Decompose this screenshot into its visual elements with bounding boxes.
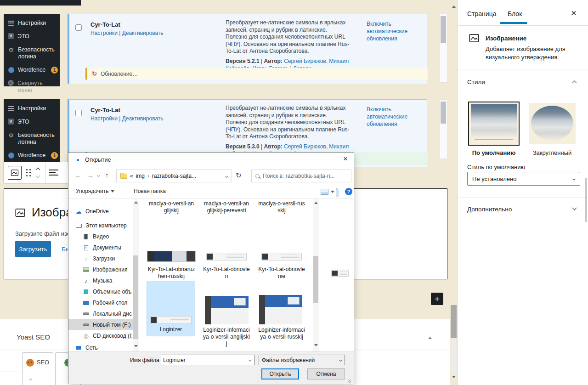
- view-thumbnails-icon[interactable]: [321, 189, 328, 195]
- tree-label: Документы: [93, 244, 121, 251]
- styles-section-heading[interactable]: Стили: [467, 79, 485, 85]
- file-item-label[interactable]: maciya-o-versii-anglijskij-perevesti: [203, 200, 250, 214]
- file-item-selected[interactable]: Loginizer: [147, 281, 195, 336]
- separator: |: [119, 115, 120, 122]
- forward-arrow-icon[interactable]: →: [87, 172, 94, 179]
- dialog-titlebar[interactable]: Открытие ×: [68, 153, 354, 167]
- v-logo-icon: V: [8, 33, 14, 39]
- refresh-icon[interactable]: ↻: [236, 172, 242, 179]
- organize-button[interactable]: Упорядочить: [76, 188, 114, 194]
- dialog-toolbar: Упорядочить Новая папка ?: [68, 184, 354, 199]
- tree-item-cd-drive[interactable]: ◎CD-дисковод (I:: [82, 331, 133, 341]
- address-dropdown-caret[interactable]: [225, 174, 228, 177]
- yoast-panel-title: Yoast SEO: [17, 333, 50, 341]
- file-thumbnail[interactable]: [147, 251, 195, 261]
- sidebar-item-label: Свернуть меню: [17, 80, 56, 94]
- scroll-up-arrow[interactable]: [452, 6, 456, 8]
- tree-item-this-pc[interactable]: Этот компьютер: [75, 221, 127, 231]
- path-crumb-folder[interactable]: razrabotka-sajta...: [152, 173, 223, 179]
- filetype-select[interactable]: Файлы изображений: [259, 355, 345, 365]
- filename-input[interactable]: Loginizer: [160, 355, 254, 365]
- file-item-label[interactable]: Loginizer-informaciya-o-versii-russkij: [258, 327, 305, 340]
- tree-item-onedrive[interactable]: ☁OneDrive: [75, 206, 109, 216]
- file-thumbnail[interactable]: [261, 253, 302, 260]
- tree-item-new-volume-f[interactable]: Новый том (F:): [82, 320, 131, 330]
- align-button[interactable]: [49, 170, 58, 176]
- file-item-label[interactable]: Kyr-To-Lat-obnovlenie: [258, 266, 305, 280]
- yoast-tab-seo[interactable]: SEO: [22, 352, 53, 385]
- preview-pane-icon[interactable]: [336, 188, 337, 197]
- up-folder-icon[interactable]: ↑: [105, 171, 109, 178]
- close-icon[interactable]: ×: [343, 154, 348, 164]
- search-box[interactable]: Поиск в: razrabotka-sajta-n...: [251, 170, 351, 182]
- canvas-scrollbar-track[interactable]: [451, 340, 457, 374]
- path-crumb-img[interactable]: img: [136, 173, 145, 179]
- style-preview-default[interactable]: [468, 102, 520, 146]
- collapse-panel-arrow[interactable]: [428, 337, 432, 339]
- help-icon[interactable]: ?: [345, 188, 352, 195]
- upload-button[interactable]: Загрузить: [15, 241, 51, 257]
- sidebar-item-eto: VЭТО: [4, 30, 60, 43]
- block-inserter-button[interactable]: +: [431, 293, 443, 305]
- image-block-type-button[interactable]: [8, 166, 22, 180]
- tab-block[interactable]: Блок: [508, 10, 522, 17]
- scrollbar-thumb[interactable]: [133, 255, 138, 339]
- tree-item-music[interactable]: ♪Музыка: [82, 276, 112, 286]
- expand-chevron-icon[interactable]: [572, 206, 577, 210]
- scrollbar-thumb[interactable]: [313, 256, 318, 303]
- tree-item-3d-objects[interactable]: Объемные объ: [82, 287, 131, 297]
- sidebar-item-label: ЭТО: [17, 33, 29, 40]
- style-preview-image: [531, 106, 573, 141]
- scroll-down-arrow[interactable]: [452, 376, 456, 378]
- file-item-label[interactable]: Kyr-To-Lat-obnovlen: [203, 266, 250, 280]
- tree-item-local-disk[interactable]: Локальный дис: [82, 309, 132, 319]
- file-item-label[interactable]: Kyr-To-Lat-obnaruzhen-russkij: [147, 266, 195, 280]
- collapse-chevron-icon[interactable]: [572, 81, 577, 85]
- address-bar[interactable]: « img › razrabotka-sajta...: [116, 170, 232, 182]
- canvas-scrollbar-thumb[interactable]: [451, 305, 457, 338]
- file-item-label[interactable]: Loginizer-informaciya-o-versii-anglijski…: [203, 327, 250, 347]
- tree-item-video[interactable]: Видео: [82, 232, 109, 242]
- tab-page[interactable]: Страница: [467, 10, 496, 17]
- move-up-button[interactable]: [35, 167, 40, 172]
- drag-handle[interactable]: [26, 169, 31, 176]
- file-item-label[interactable]: maciya-o-versii-russkij: [258, 200, 305, 214]
- path-chevrons[interactable]: «: [130, 173, 133, 179]
- tree-scrollbar[interactable]: [133, 199, 139, 351]
- sidebar-item-settings: Настройки: [4, 17, 60, 30]
- new-folder-button[interactable]: Новая папка: [134, 188, 166, 194]
- tree-item-documents[interactable]: Документы: [82, 243, 121, 253]
- file-thumbnail[interactable]: [205, 296, 249, 324]
- files-scrollbar[interactable]: [313, 199, 319, 351]
- file-thumbnail[interactable]: [206, 253, 247, 260]
- file-thumbnail[interactable]: [259, 295, 302, 324]
- open-button[interactable]: Открыть: [261, 368, 299, 379]
- tree-item-desktop[interactable]: Рабочий стол: [82, 298, 127, 308]
- recent-locations-caret[interactable]: [97, 174, 100, 177]
- tree-item-pictures[interactable]: Изображения: [82, 265, 127, 275]
- plugin-row-actions: Настройки | Деактивировать: [90, 30, 164, 36]
- style-rounded-label: Закругленный: [529, 149, 576, 156]
- file-item-label[interactable]: maciya-o-versii-anglijskij: [147, 200, 195, 214]
- scroll-up-arrow[interactable]: [134, 201, 138, 204]
- scroll-down-arrow[interactable]: [314, 344, 318, 346]
- advanced-section-heading[interactable]: Дополнительно: [467, 206, 512, 213]
- resize-grip[interactable]: [348, 379, 351, 383]
- plugin-checkbox: [75, 24, 82, 31]
- cancel-button[interactable]: Отмена: [307, 368, 345, 379]
- image-icon: [468, 32, 480, 44]
- move-down-button[interactable]: [35, 173, 40, 178]
- sidebar-item-label: Настройки: [18, 20, 46, 27]
- tree-item-network[interactable]: Сеть: [75, 343, 98, 351]
- author-label: Автор:: [264, 143, 283, 150]
- sidebar-scrollbar-thumb[interactable]: [585, 178, 587, 222]
- scroll-up-arrow[interactable]: [314, 202, 318, 204]
- scroll-down-arrow[interactable]: [134, 345, 138, 347]
- style-preview-rounded[interactable]: [529, 103, 576, 144]
- close-icon[interactable]: ×: [571, 8, 577, 17]
- settings-icon: [8, 20, 14, 26]
- tree-item-downloads[interactable]: ↓Загрузки: [82, 254, 115, 264]
- default-style-select[interactable]: Не установлено: [467, 172, 580, 186]
- back-arrow-icon[interactable]: ←: [75, 172, 82, 179]
- view-dropdown-triangle[interactable]: [331, 191, 334, 193]
